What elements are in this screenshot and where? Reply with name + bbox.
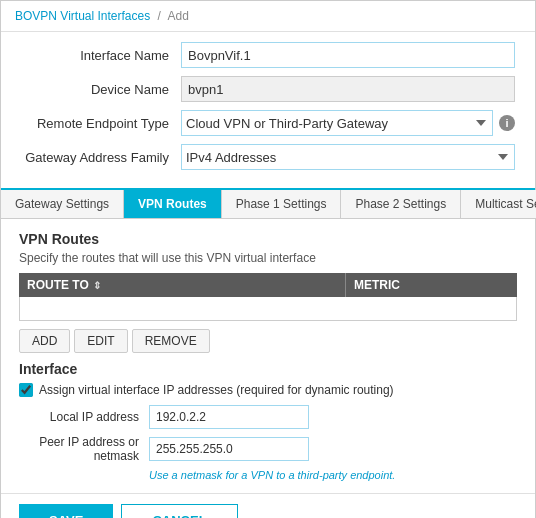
remote-endpoint-select[interactable]: Cloud VPN or Third-Party Gateway: [181, 110, 493, 136]
cancel-button[interactable]: CANCEL: [121, 504, 237, 518]
form-section: Interface Name Device Name Remote Endpoi…: [1, 32, 535, 184]
action-buttons: ADD EDIT REMOVE: [19, 329, 517, 353]
page-container: BOVPN Virtual Interfaces / Add Interface…: [0, 0, 536, 518]
remote-endpoint-row: Remote Endpoint Type Cloud VPN or Third-…: [21, 110, 515, 136]
vpn-routes-desc: Specify the routes that will use this VP…: [19, 251, 517, 265]
tab-phase2-settings[interactable]: Phase 2 Settings: [341, 190, 461, 218]
peer-ip-input[interactable]: [149, 437, 309, 461]
interface-section: Interface Assign virtual interface IP ad…: [19, 361, 517, 481]
tab-vpn-routes[interactable]: VPN Routes: [124, 190, 222, 218]
tab-gateway-settings[interactable]: Gateway Settings: [1, 190, 124, 218]
sort-icon: ⇕: [93, 280, 101, 291]
tab-phase1-settings[interactable]: Phase 1 Settings: [222, 190, 342, 218]
routes-table-body: [19, 297, 517, 321]
edit-route-button[interactable]: EDIT: [74, 329, 127, 353]
peer-ip-label: Peer IP address or netmask: [19, 435, 149, 463]
footer-buttons: SAVE CANCEL: [1, 493, 535, 518]
gateway-address-select[interactable]: IPv4 Addresses: [181, 144, 515, 170]
interface-name-label: Interface Name: [21, 48, 181, 63]
interface-name-input[interactable]: [181, 42, 515, 68]
interface-title: Interface: [19, 361, 517, 377]
breadcrumb-current: Add: [168, 9, 189, 23]
gateway-address-label: Gateway Address Family: [21, 150, 181, 165]
tab-multicast-settings[interactable]: Multicast Settings: [461, 190, 536, 218]
col-route-to: ROUTE TO ⇕: [19, 273, 346, 297]
breadcrumb: BOVPN Virtual Interfaces / Add: [1, 1, 535, 32]
col-metric: METRIC: [346, 273, 517, 297]
interface-name-row: Interface Name: [21, 42, 515, 68]
hint-text: Use a netmask for a VPN to a third-party…: [19, 469, 517, 481]
local-ip-input[interactable]: [149, 405, 309, 429]
assign-ip-label: Assign virtual interface IP addresses (r…: [39, 383, 394, 397]
peer-ip-row: Peer IP address or netmask: [19, 435, 517, 463]
tab-content: VPN Routes Specify the routes that will …: [1, 219, 535, 493]
device-name-label: Device Name: [21, 82, 181, 97]
assign-ip-row: Assign virtual interface IP addresses (r…: [19, 383, 517, 397]
assign-ip-checkbox[interactable]: [19, 383, 33, 397]
breadcrumb-separator: /: [158, 9, 161, 23]
save-button[interactable]: SAVE: [19, 504, 113, 518]
vpn-routes-title: VPN Routes: [19, 231, 517, 247]
gateway-address-wrap: IPv4 Addresses: [181, 144, 515, 170]
breadcrumb-parent[interactable]: BOVPN Virtual Interfaces: [15, 9, 150, 23]
remote-endpoint-label: Remote Endpoint Type: [21, 116, 181, 131]
info-icon[interactable]: i: [499, 115, 515, 131]
local-ip-label: Local IP address: [19, 410, 149, 424]
routes-table-header: ROUTE TO ⇕ METRIC: [19, 273, 517, 297]
remove-route-button[interactable]: REMOVE: [132, 329, 210, 353]
tabs-bar: Gateway Settings VPN Routes Phase 1 Sett…: [1, 188, 535, 219]
gateway-address-row: Gateway Address Family IPv4 Addresses: [21, 144, 515, 170]
local-ip-row: Local IP address: [19, 405, 517, 429]
device-name-row: Device Name: [21, 76, 515, 102]
remote-endpoint-wrap: Cloud VPN or Third-Party Gateway i: [181, 110, 515, 136]
device-name-input[interactable]: [181, 76, 515, 102]
add-route-button[interactable]: ADD: [19, 329, 70, 353]
